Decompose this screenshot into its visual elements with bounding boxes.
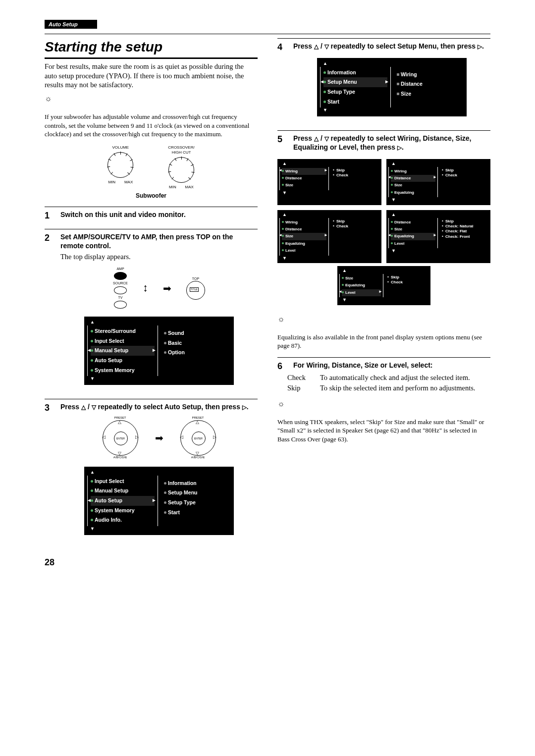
osd-item-selected: ◄Auto Setup►: [91, 496, 155, 506]
tip-equalizing: Equalizing is also available in the fron…: [277, 333, 490, 350]
abcde-label: A/B/C/D/E: [178, 456, 218, 460]
def-term: Skip: [287, 383, 312, 393]
remote-dpad-diagram: PRESET △▽◁▷ ENTER A/B/C/D/E PRESET △▽◁▷ …: [60, 416, 258, 460]
top-label: TOP: [186, 276, 205, 281]
osd-auto-setup-menu: ▲ Input Select Manual Setup ◄Auto Setup►…: [84, 467, 234, 535]
osd-subitem: Distance: [397, 79, 461, 89]
def-check: Check To automatically check and adjust …: [287, 373, 490, 382]
step-heading: Set AMP/SOURCE/TV to AMP, then press TOP…: [60, 232, 258, 250]
def-text: To skip the selected item and perform no…: [320, 383, 475, 393]
down-icon: [92, 403, 96, 411]
osd-subitem: Start: [164, 508, 228, 518]
osd-item-selected: ◄Manual Setup►: [91, 346, 155, 356]
down-icon: [324, 42, 329, 50]
up-icon: [81, 403, 86, 411]
step-1: 1 Switch on this unit and video monitor.: [45, 207, 258, 221]
step-heading: Press repeatedly to select Setup Menu, t…: [293, 42, 490, 51]
osd-level: ▲ Size Equalizing ◄Level► Skip Check ▼: [337, 266, 430, 305]
step-4: 4 Press repeatedly to select Setup Menu,…: [277, 38, 490, 123]
osd-subitem: Setup Type: [164, 498, 228, 508]
osd-subitem: Basic: [164, 338, 228, 348]
step-heading: Switch on this unit and video monitor.: [60, 210, 258, 219]
subwoofer-dial-diagram: VOLUME MIN MAX CROSSOVER/ HIGH CUT: [45, 145, 258, 190]
volume-label: VOLUME: [107, 145, 133, 150]
osd-subitem: Information: [164, 479, 228, 488]
remote-top-diagram: AMP SOURCE TV ↕ TOP TITLE: [60, 267, 258, 310]
osd-item: Input Select: [91, 336, 155, 346]
tv-label: TV: [113, 295, 128, 300]
osd-item: Auto Setup: [91, 356, 155, 366]
osd-setup-menu: ▲ Information ◄Setup Menu► Setup Type St…: [317, 58, 467, 116]
up-icon: [314, 134, 319, 142]
dial-max: MAX: [124, 180, 133, 184]
abcde-label: A/B/C/D/E: [101, 456, 140, 460]
tip-icon: [277, 316, 285, 323]
subwoofer-label: Subwoofer: [45, 192, 258, 200]
dial-max: MAX: [185, 185, 194, 189]
osd-subitem: Setup Menu: [164, 488, 228, 498]
dial-min: MIN: [108, 180, 115, 184]
tip-icon: [277, 400, 285, 408]
def-text: To automatically check and adjust the se…: [320, 373, 470, 382]
osd-size: ▲ Wiring Distance ◄Size► Equalizing Leve…: [277, 210, 381, 263]
step-5: 5 Press repeatedly to select Wiring, Dis…: [277, 130, 490, 152]
osd-subitem: Option: [164, 348, 228, 358]
osd-equalizing: ▲ Distance Size ◄Equalizing► Level Skip …: [386, 210, 490, 263]
osd-item: Setup Type: [323, 87, 387, 97]
arrow-right-icon: [155, 432, 163, 444]
step-heading: For Wiring, Distance, Size or Level, sel…: [293, 361, 490, 370]
tip-icon: [45, 95, 52, 103]
enter-label: ENTER: [192, 432, 206, 445]
osd-distance: ▲ Wiring ◄Distance► Size Equalizing Skip…: [386, 159, 490, 205]
osd-wiring: ▲ ◄Wiring► Distance Size Skip Check ▼: [277, 159, 381, 205]
osd-item-selected: ◄Setup Menu►: [323, 77, 387, 87]
amp-label: AMP: [113, 267, 128, 271]
step-number: 3: [45, 402, 54, 542]
osd-subitem: Size: [397, 89, 461, 99]
dial-min: MIN: [169, 185, 176, 189]
step-3: 3 Press repeatedly to select Auto Setup,…: [45, 399, 258, 542]
osd-item: Audio Info.: [91, 515, 155, 525]
step-number: 1: [45, 210, 54, 221]
crossover-dial: CROSSOVER/ HIGH CUT MIN MAX: [168, 145, 194, 190]
page-number: 28: [45, 557, 490, 568]
top-rule: [45, 34, 490, 34]
osd-item: System Memory: [91, 506, 155, 516]
right-icon: [397, 143, 402, 151]
intro-text: For best results, make sure the room is …: [45, 62, 258, 90]
step-number: 5: [277, 134, 286, 152]
crossover-label: CROSSOVER/ HIGH CUT: [168, 145, 194, 156]
osd-subitem: Wiring: [397, 70, 461, 80]
up-icon: [314, 42, 319, 50]
def-skip: Skip To skip the selected item and perfo…: [287, 383, 490, 393]
step-number: 2: [45, 232, 54, 392]
volume-dial: VOLUME MIN MAX: [107, 145, 133, 190]
tip-thx: When using THX speakers, select "Skip" f…: [277, 418, 490, 444]
step-6: 6 For Wiring, Distance, Size or Level, s…: [277, 357, 490, 372]
osd-item: Stereo/Surround: [91, 326, 155, 336]
tip-subwoofer: If your subwoofer has adjustable volume …: [45, 112, 258, 139]
osd-item: Manual Setup: [91, 486, 155, 496]
def-term: Check: [287, 373, 312, 382]
osd-item: Input Select: [91, 477, 155, 486]
step-body-text: The top display appears.: [60, 252, 258, 262]
step-2: 2 Set AMP/SOURCE/TV to AMP, then press T…: [45, 229, 258, 392]
osd-item: Start: [323, 97, 387, 107]
step-heading: Press repeatedly to select Wiring, Dista…: [293, 134, 490, 152]
osd-top-menu: ▲ Stereo/Surround Input Select ◄Manual S…: [84, 317, 234, 385]
osd-step5-grid: ▲ ◄Wiring► Distance Size Skip Check ▼ ▲: [277, 159, 490, 263]
down-icon: [324, 134, 329, 142]
page-title: Starting the setup: [45, 38, 258, 58]
header-category: Auto Setup: [45, 20, 97, 29]
title-label: TITLE: [190, 287, 199, 292]
left-column: Starting the setup For best results, mak…: [45, 38, 258, 541]
right-column: 4 Press repeatedly to select Setup Menu,…: [277, 38, 490, 541]
step-number: 6: [277, 361, 286, 372]
arrow-right-icon: [163, 282, 171, 295]
step-number: 4: [277, 42, 286, 123]
osd-subitem: Sound: [164, 328, 228, 338]
osd-item: Information: [323, 68, 387, 78]
right-icon: [242, 403, 247, 411]
source-label: SOURCE: [113, 281, 128, 285]
step-heading: Press repeatedly to select Auto Setup, t…: [60, 402, 258, 412]
